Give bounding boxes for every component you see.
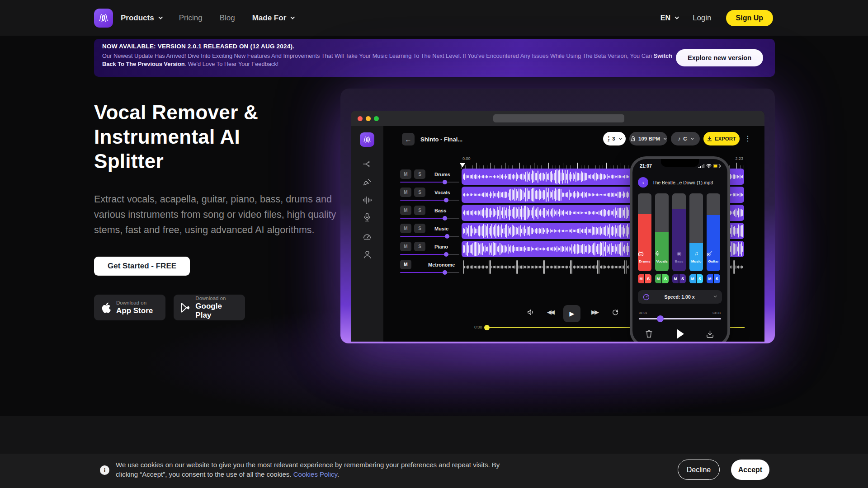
loop-icon[interactable] — [612, 309, 619, 316]
apple-icon — [100, 301, 111, 314]
nav-pricing[interactable]: Pricing — [179, 14, 203, 23]
solo-button[interactable]: S — [414, 242, 425, 251]
cleaner-brush-icon[interactable] — [361, 176, 373, 188]
header-right: EN Login Sign Up — [660, 0, 773, 36]
track-name: Music — [434, 226, 448, 231]
splitter-icon[interactable] — [361, 158, 373, 170]
chevron-down-icon — [675, 14, 679, 19]
guitar-icon — [707, 251, 720, 257]
decline-button[interactable]: Decline — [678, 460, 720, 480]
phone-progress-handle[interactable] — [657, 315, 664, 322]
accept-button[interactable]: Accept — [731, 460, 769, 480]
track-volume-slider[interactable] — [400, 200, 459, 201]
speed-control[interactable]: Speed: 1.00 x — [638, 290, 722, 304]
export-label: EXPORT — [715, 136, 736, 141]
more-options-icon[interactable]: ⋮ — [744, 134, 751, 143]
signup-button[interactable]: Sign Up — [726, 10, 773, 26]
mute-button[interactable]: M — [400, 206, 411, 215]
mute-button[interactable]: M — [400, 188, 411, 197]
nav-products[interactable]: Products — [121, 14, 162, 23]
stem-solo-button[interactable]: S — [697, 274, 703, 283]
fast-forward-icon[interactable]: ▶▶ — [591, 309, 598, 315]
playback-time: 0:00 — [474, 325, 482, 329]
battery-icon — [713, 164, 721, 168]
trash-icon[interactable] — [645, 330, 653, 338]
store-name: App Store — [116, 306, 153, 315]
phone-back-button[interactable]: ‹ — [638, 177, 648, 188]
key-selector[interactable]: ♪ C — [671, 132, 700, 145]
time-signature-selector[interactable]: 12 3 — [603, 132, 626, 145]
minimize-traffic-light[interactable] — [366, 116, 371, 121]
track-row: MSDrums — [400, 169, 463, 188]
mute-button[interactable]: M — [400, 169, 411, 179]
close-traffic-light[interactable] — [358, 116, 363, 121]
stem-fader[interactable]: ◉ Bass — [672, 193, 686, 271]
cookies-policy-link[interactable]: Cookies Policy — [293, 470, 337, 478]
stem-mute-button[interactable]: M — [689, 274, 696, 283]
music-key-icon: ♪ — [678, 136, 680, 142]
playhead-marker[interactable] — [460, 163, 465, 167]
stem-solo-button[interactable]: S — [679, 274, 686, 283]
track-name: Bass — [434, 208, 446, 213]
solo-button[interactable]: S — [414, 206, 425, 215]
rewind-icon[interactable]: ◀◀ — [547, 309, 553, 315]
track-row: MSPiano — [400, 242, 463, 260]
phone-download-icon[interactable] — [706, 330, 714, 338]
stem-mute-button[interactable]: M — [655, 274, 661, 283]
mute-button[interactable]: M — [400, 242, 411, 251]
track-volume-slider[interactable] — [400, 272, 459, 273]
track-volume-slider[interactable] — [400, 182, 459, 183]
track-volume-slider[interactable] — [400, 218, 459, 219]
waveform-icon — [98, 12, 109, 24]
solo-button[interactable]: S — [414, 188, 425, 197]
solo-button[interactable]: S — [414, 169, 425, 179]
solo-button[interactable]: S — [414, 224, 425, 233]
zoom-traffic-light[interactable] — [374, 116, 379, 121]
export-button[interactable]: EXPORT — [703, 132, 740, 145]
volume-icon[interactable] — [527, 309, 535, 316]
stem-mute-button[interactable]: M — [707, 274, 713, 283]
language-selector[interactable]: EN — [660, 14, 678, 22]
stem-mute-button[interactable]: M — [672, 274, 679, 283]
profile-icon[interactable] — [361, 248, 373, 261]
stem-solo-button[interactable]: S — [662, 274, 669, 283]
stem-fader[interactable]: Vocals — [655, 193, 669, 271]
explore-new-version-button[interactable]: Explore new version — [676, 49, 763, 66]
stem-mute-button[interactable]: M — [638, 274, 644, 283]
page: Products Pricing Blog Made For EN Login … — [0, 0, 868, 488]
stem-fader[interactable]: Drums — [638, 193, 651, 271]
track-row: MSMusic — [400, 224, 463, 242]
mute-button[interactable]: M — [400, 260, 411, 269]
back-button[interactable]: ← — [402, 133, 415, 145]
app-logo[interactable] — [360, 132, 374, 147]
gauge-icon[interactable] — [361, 230, 373, 243]
stem-fader[interactable]: ♫ Music — [689, 193, 703, 271]
address-bar[interactable] — [493, 114, 624, 122]
download-prefix: Download on — [116, 300, 153, 305]
microphone-icon[interactable] — [361, 211, 373, 224]
google-play-button[interactable]: Download on Google Play — [174, 295, 245, 320]
nav-made-for[interactable]: Made For — [252, 14, 294, 23]
bpm-selector[interactable]: 109 BPM — [629, 132, 667, 145]
app-store-button[interactable]: Download on App Store — [94, 295, 165, 320]
stem-solo-button[interactable]: S — [714, 274, 720, 283]
stem-solo-button[interactable]: S — [645, 274, 651, 283]
track-volume-slider[interactable] — [400, 254, 459, 255]
mute-button[interactable]: M — [400, 224, 411, 233]
brand-logo[interactable] — [94, 9, 113, 28]
chevron-down-icon — [291, 14, 295, 19]
store-name: Google Play — [195, 302, 239, 320]
stem-label: Drums — [638, 259, 651, 263]
voice-wave-icon[interactable] — [361, 194, 373, 206]
phone-progress-slider[interactable] — [639, 318, 721, 319]
track-volume-slider[interactable] — [400, 236, 459, 237]
metronome-icon — [631, 136, 636, 141]
play-button[interactable]: ▶ — [563, 305, 580, 322]
phone-play-icon[interactable] — [675, 328, 685, 340]
get-started-button[interactable]: Get Started - FREE — [94, 257, 190, 276]
nav-blog[interactable]: Blog — [220, 14, 235, 23]
login-link[interactable]: Login — [693, 14, 712, 23]
stem-fader[interactable]: Guitar — [707, 193, 720, 271]
music-icon: ♫ — [689, 250, 703, 257]
progress-handle[interactable] — [484, 325, 490, 330]
